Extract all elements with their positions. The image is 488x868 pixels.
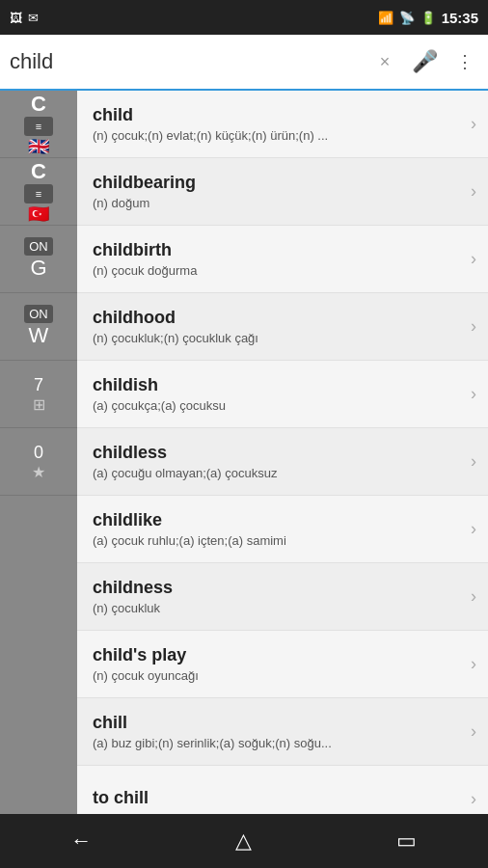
sidebar-number-0: 0: [34, 443, 43, 463]
result-content: child's play (n) çocuk oyuncağı: [93, 645, 465, 683]
sidebar-number-7: 7: [34, 375, 43, 395]
flag-en-icon: 🇬🇧: [28, 136, 49, 157]
recent-icon: ▭: [396, 828, 417, 854]
sidebar-item-google[interactable]: ON G: [0, 226, 77, 293]
list-item[interactable]: childish (a) çocukça;(a) çocuksu ›: [77, 361, 488, 428]
result-definition: (a) çocukça;(a) çocuksu: [93, 398, 440, 413]
list-item[interactable]: chill (a) buz gibi;(n) serinlik;(a) soğu…: [77, 698, 488, 766]
result-definition: (n) doğum: [93, 196, 440, 210]
back-button[interactable]: ←: [52, 822, 110, 860]
sidebar-item-0[interactable]: 0 ★: [0, 428, 77, 496]
sidebar-badge-tr: ≡: [24, 184, 53, 203]
chevron-right-icon: ›: [471, 181, 476, 202]
list-item[interactable]: to chill ›: [77, 766, 488, 814]
clear-button[interactable]: ×: [370, 47, 399, 76]
result-definition: (a) buz gibi;(n) serinlik;(a) soğuk;(n) …: [93, 736, 440, 750]
sidebar-item-7[interactable]: 7 ⊞: [0, 361, 77, 428]
chevron-right-icon: ›: [471, 586, 476, 607]
list-item[interactable]: childbearing (n) doğum ›: [77, 158, 488, 226]
more-icon: ⋮: [456, 51, 473, 72]
sidebar-item-tr[interactable]: C ≡ 🇹🇷: [0, 158, 77, 226]
result-word: chill: [93, 713, 465, 733]
chevron-right-icon: ›: [471, 384, 476, 404]
result-content: childless (a) çocuğu olmayan;(a) çocuksu…: [93, 443, 465, 480]
wiki-icon: W: [29, 323, 49, 348]
star-icon: ★: [32, 463, 45, 481]
gallery-icon: 🖼: [10, 11, 22, 25]
status-icons-left: 🖼 ✉: [10, 11, 39, 25]
sidebar-badge-icon-tr: ≡: [36, 188, 41, 200]
result-word: childbirth: [93, 240, 465, 260]
list-item[interactable]: childness (n) çocukluk ›: [77, 563, 488, 631]
result-word: childbearing: [93, 173, 465, 193]
battery-icon: 🔋: [420, 11, 436, 25]
result-content: to chill: [93, 788, 465, 811]
result-word: childlike: [93, 510, 465, 530]
list-item[interactable]: childless (a) çocuğu olmayan;(a) çocuksu…: [77, 428, 488, 496]
recent-button[interactable]: ▭: [378, 822, 436, 860]
list-item[interactable]: childlike (a) çocuk ruhlu;(a) içten;(a) …: [77, 496, 488, 563]
google-icon: G: [30, 256, 46, 281]
mic-button[interactable]: 🎤: [407, 44, 442, 79]
result-word: childhood: [93, 308, 465, 328]
chevron-right-icon: ›: [471, 114, 476, 134]
sidebar-item-en[interactable]: C ≡ 🇬🇧: [0, 91, 77, 158]
chevron-right-icon: ›: [471, 519, 476, 539]
result-content: childbirth (n) çocuk doğurma: [93, 240, 465, 278]
status-icons-right: 📶 📡 🔋 15:35: [378, 10, 478, 26]
result-definition: (a) çocuğu olmayan;(a) çocuksuz: [93, 466, 440, 480]
result-word: childless: [93, 443, 465, 463]
chevron-right-icon: ›: [471, 249, 476, 269]
list-item[interactable]: child (n) çocuk;(n) evlat;(n) küçük;(n) …: [77, 91, 488, 158]
home-icon: △: [235, 828, 252, 854]
chevron-right-icon: ›: [471, 316, 476, 337]
mic-icon: 🎤: [412, 49, 438, 74]
result-definition: (n) çocuk oyuncağı: [93, 668, 440, 683]
result-definition: (a) çocuk ruhlu;(a) içten;(a) samimi: [93, 533, 440, 548]
email-icon: ✉: [28, 11, 39, 25]
close-icon: ×: [380, 52, 391, 72]
sidebar-letter: C: [31, 92, 46, 117]
result-definition: (n) çocuk doğurma: [93, 263, 440, 278]
result-content: childhood (n) çocukluk;(n) çocukluk çağı: [93, 308, 465, 345]
bottom-nav: ← △ ▭: [0, 814, 488, 868]
result-word: child: [93, 105, 465, 125]
chevron-right-icon: ›: [471, 721, 476, 742]
result-definition: (n) çocukluk: [93, 601, 440, 615]
result-definition: (n) çocuk;(n) evlat;(n) küçük;(n) ürün;(…: [93, 128, 440, 143]
chevron-right-icon: ›: [471, 654, 476, 674]
main-content: C ≡ 🇬🇧 C ≡ 🇹🇷 ON G ON W 7 ⊞ 0 ★: [0, 91, 488, 814]
search-bar: × 🎤 ⋮: [0, 35, 488, 91]
results-list: child (n) çocuk;(n) evlat;(n) küçük;(n) …: [77, 91, 488, 814]
chevron-right-icon: ›: [471, 789, 476, 809]
wifi-icon: 📡: [399, 11, 415, 25]
sidebar: C ≡ 🇬🇧 C ≡ 🇹🇷 ON G ON W 7 ⊞ 0 ★: [0, 91, 77, 814]
list-item[interactable]: childhood (n) çocukluk;(n) çocukluk çağı…: [77, 293, 488, 361]
sidebar-badge-icon: ≡: [36, 121, 41, 132]
grid-icon: ⊞: [33, 395, 45, 414]
status-bar: 🖼 ✉ 📶 📡 🔋 15:35: [0, 0, 488, 35]
sidebar-badge: ≡: [24, 117, 53, 136]
on-label-1: ON: [24, 237, 53, 256]
result-content: childbearing (n) doğum: [93, 173, 465, 210]
result-content: childlike (a) çocuk ruhlu;(a) içten;(a) …: [93, 510, 465, 548]
more-button[interactable]: ⋮: [449, 47, 478, 76]
result-content: child (n) çocuk;(n) evlat;(n) küçük;(n) …: [93, 105, 465, 143]
sidebar-letter-tr: C: [31, 159, 46, 184]
result-content: childness (n) çocukluk: [93, 578, 465, 615]
back-icon: ←: [70, 828, 92, 854]
flag-tr-icon: 🇹🇷: [28, 203, 49, 225]
result-content: chill (a) buz gibi;(n) serinlik;(a) soğu…: [93, 713, 465, 750]
sidebar-item-wiki[interactable]: ON W: [0, 293, 77, 361]
list-item[interactable]: childbirth (n) çocuk doğurma ›: [77, 226, 488, 293]
status-time: 15:35: [442, 10, 478, 26]
sim-icon: 📶: [378, 11, 393, 25]
list-item[interactable]: child's play (n) çocuk oyuncağı ›: [77, 631, 488, 698]
result-definition: (n) çocukluk;(n) çocukluk çağı: [93, 331, 440, 345]
result-word: to chill: [93, 788, 465, 808]
result-content: childish (a) çocukça;(a) çocuksu: [93, 375, 465, 413]
search-input[interactable]: [10, 49, 363, 74]
home-button[interactable]: △: [215, 822, 273, 860]
chevron-right-icon: ›: [471, 451, 476, 472]
result-word: child's play: [93, 645, 465, 665]
